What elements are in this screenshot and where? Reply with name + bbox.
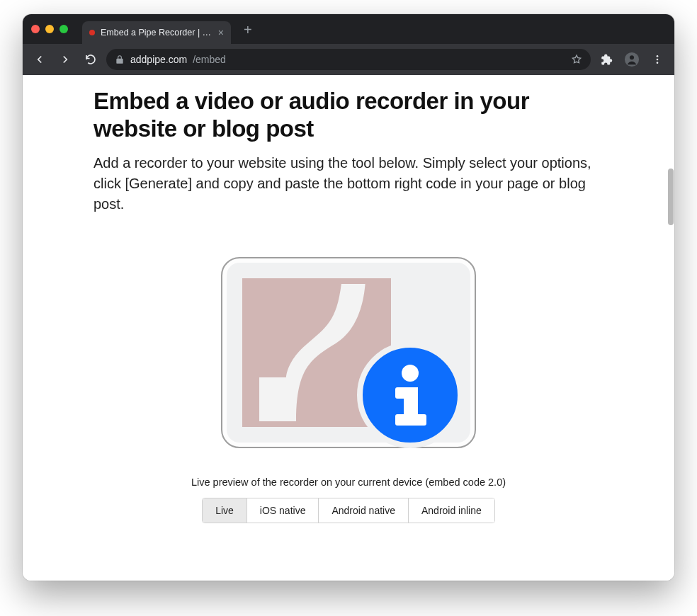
svg-rect-7 [404,387,418,418]
preview-caption: Live preview of the recorder on your cur… [94,477,604,488]
browser-toolbar: addpipe.com/embed [23,44,674,75]
titlebar: Embed a Pipe Recorder | addpi × + [23,14,674,44]
tab-close-button[interactable]: × [218,28,224,38]
scrollbar[interactable] [668,75,674,581]
page-title: Embed a video or audio recorder in your … [94,88,604,143]
forward-button[interactable] [55,50,75,69]
extensions-button[interactable] [596,50,616,69]
preview-mode-tabs: Live iOS native Android native Android i… [94,498,604,523]
reload-button[interactable] [81,50,101,69]
page-content: Embed a video or audio recorder in your … [79,75,618,544]
lock-icon [115,55,125,64]
window-minimize-button[interactable] [45,25,54,33]
new-tab-button[interactable]: + [244,22,252,38]
tab-ios-native[interactable]: iOS native [247,498,319,523]
browser-window: Embed a Pipe Recorder | addpi × + addpip… [23,14,674,581]
page-subtext: Add a recorder to your website using the… [94,153,604,215]
tab-live[interactable]: Live [203,498,247,523]
svg-rect-8 [395,414,426,426]
plugin-placeholder-icon[interactable] [221,257,476,448]
recorder-preview [94,257,604,448]
url-host: addpipe.com [130,54,187,65]
window-zoom-button[interactable] [60,25,68,33]
bookmark-star-icon[interactable] [571,54,582,65]
browser-tab[interactable]: Embed a Pipe Recorder | addpi × [82,21,231,44]
profile-button[interactable] [622,50,642,69]
tab-title: Embed a Pipe Recorder | addpi [101,28,212,38]
back-button[interactable] [30,50,50,69]
traffic-lights [31,25,68,33]
browser-menu-button[interactable] [647,50,667,69]
tab-favicon-icon [89,30,95,35]
svg-point-4 [657,62,659,64]
svg-point-5 [402,365,419,382]
tab-android-native[interactable]: Android native [319,498,409,523]
window-close-button[interactable] [31,25,40,33]
tab-android-inline[interactable]: Android inline [409,498,494,523]
svg-point-2 [657,55,659,57]
address-bar[interactable]: addpipe.com/embed [106,49,591,70]
svg-point-1 [630,55,634,59]
info-icon [357,342,463,448]
page-viewport[interactable]: Embed a video or audio recorder in your … [23,75,674,581]
svg-point-3 [657,59,659,61]
url-path: /embed [193,54,226,65]
scrollbar-thumb[interactable] [668,169,674,225]
